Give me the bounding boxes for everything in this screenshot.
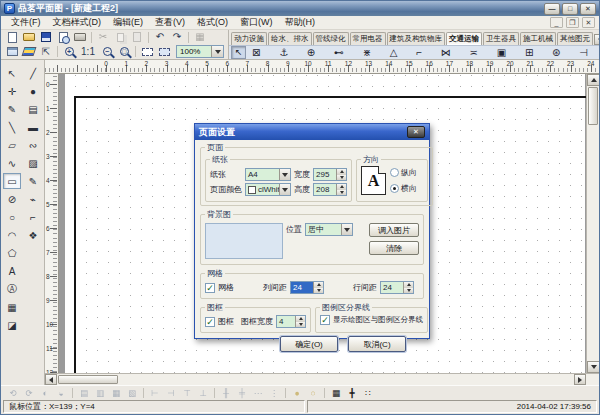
tab-2[interactable]: 管线绿化 xyxy=(313,32,349,45)
zoom-extent-icon[interactable]: □ xyxy=(116,45,132,59)
pointer-tool-button[interactable]: ↖ xyxy=(231,46,246,59)
show-grid-icon[interactable]: ╋ xyxy=(345,387,359,399)
page-color-select[interactable]: clWhit xyxy=(245,183,291,196)
pan-hand-tool[interactable]: ✛ xyxy=(3,83,21,99)
width-stepper[interactable]: 295 xyxy=(313,168,347,181)
tank-symbol-icon[interactable]: ▣ xyxy=(497,46,506,59)
paper-select[interactable]: A4 xyxy=(245,168,291,181)
line-tool[interactable]: ╲ xyxy=(3,119,21,135)
scroll-down-icon[interactable] xyxy=(587,361,600,373)
height-stepper[interactable]: 208 xyxy=(313,183,347,196)
mdi-minimize-button[interactable]: _ xyxy=(550,17,563,28)
scroll-left-icon[interactable] xyxy=(45,374,57,385)
color-stamp-tool[interactable]: ❖ xyxy=(24,227,42,243)
horizontal-scrollbar[interactable] xyxy=(45,373,599,385)
arc-tool[interactable]: ◠ xyxy=(3,227,21,243)
row-spacing-stepper[interactable]: 24 xyxy=(380,281,414,294)
cone-symbol-icon[interactable]: ⊷ xyxy=(334,46,344,59)
tab-6[interactable]: 卫生器具 xyxy=(483,32,519,45)
redo-icon[interactable]: ↷ xyxy=(169,30,185,44)
radio-landscape[interactable] xyxy=(390,184,399,193)
mdi-close-button[interactable]: ✕ xyxy=(582,17,595,28)
tab-8[interactable]: 其他图元 xyxy=(557,32,593,45)
tab-5[interactable]: 交通运输 xyxy=(446,32,482,45)
pump-symbol-icon[interactable]: ⊛ xyxy=(552,46,560,59)
thick-line-tool[interactable]: ▬ xyxy=(24,119,42,135)
print-preview-icon[interactable] xyxy=(55,30,71,44)
menu-item-0[interactable]: 文件(F) xyxy=(5,16,47,29)
text-edit-tool[interactable]: Ⓐ xyxy=(3,281,21,297)
unlock-icon[interactable]: ○ xyxy=(306,387,320,399)
check-valve-symbol-icon[interactable]: ⋇ xyxy=(363,46,371,59)
image-tool[interactable]: ▦ xyxy=(3,299,21,315)
measure-tool[interactable]: ╱ xyxy=(24,65,42,81)
dropdown-arrow-icon[interactable] xyxy=(279,184,290,195)
ellipse-tool[interactable]: ○ xyxy=(3,209,21,225)
position-select[interactable]: 居中 xyxy=(305,223,353,236)
elbow-symbol-icon[interactable]: ⌐ xyxy=(416,46,422,59)
center-horizontal-icon[interactable]: ╫ xyxy=(219,387,233,399)
polygon-tool[interactable]: ⬠ xyxy=(3,245,21,261)
anchor-symbol-icon[interactable]: ⚓ xyxy=(279,46,288,59)
spin-down-icon[interactable] xyxy=(296,322,305,328)
bring-to-front-icon[interactable]: ▤ xyxy=(77,387,91,399)
curve-tool[interactable]: ∿ xyxy=(3,155,21,171)
group-icon[interactable]: ▦ xyxy=(109,387,123,399)
clear-image-button[interactable]: 清除 xyxy=(369,241,419,255)
layers-icon[interactable] xyxy=(21,45,37,59)
tab-4[interactable]: 建筑及构筑物库 xyxy=(387,32,446,45)
circle-slash-tool[interactable]: ⊘ xyxy=(3,191,21,207)
close-button[interactable]: ✕ xyxy=(580,3,596,15)
tab-3[interactable]: 常用电器 xyxy=(350,32,386,45)
frame-width-stepper[interactable]: 4 xyxy=(276,315,306,328)
select-window-icon[interactable] xyxy=(139,45,155,59)
radio-portrait[interactable] xyxy=(390,168,399,177)
zoom-level-select[interactable]: 100% xyxy=(176,45,224,58)
show-divider-checkbox[interactable]: ✓ xyxy=(320,315,330,325)
vertical-scrollbar[interactable] xyxy=(586,74,599,373)
horizontal-scroll-thumb[interactable] xyxy=(58,375,118,384)
text-tool[interactable]: A xyxy=(3,263,21,279)
polyline-tool[interactable]: ▱ xyxy=(3,137,21,153)
valve-symbol-icon[interactable]: ⊕ xyxy=(307,46,315,59)
minimize-button[interactable]: — xyxy=(544,3,560,15)
vertical-scroll-thumb[interactable] xyxy=(588,87,598,125)
grid-table-icon[interactable]: ▦ xyxy=(192,30,208,44)
tent-symbol-icon[interactable]: △ xyxy=(390,46,398,59)
brush-tool[interactable]: ▨ xyxy=(24,155,42,171)
paste-icon[interactable] xyxy=(129,30,145,44)
grid-dots-icon[interactable]: ∷ xyxy=(361,387,375,399)
load-image-button[interactable]: 调入图片 xyxy=(369,223,419,237)
hydrant-symbol-icon[interactable]: ⊞ xyxy=(525,46,533,59)
crossing-symbol-icon[interactable]: ⋈ xyxy=(441,46,451,59)
maximize-button[interactable]: □ xyxy=(562,3,578,15)
zoom-in-icon[interactable]: + xyxy=(61,45,77,59)
center-vertical-icon[interactable]: ╪ xyxy=(235,387,249,399)
menu-item-6[interactable]: 帮助(H) xyxy=(279,16,322,29)
point-tool[interactable]: ● xyxy=(24,83,42,99)
tab-1[interactable]: 给水、排水 xyxy=(268,32,312,45)
ungroup-icon[interactable]: ▧ xyxy=(125,387,139,399)
tab-7[interactable]: 施工机械 xyxy=(520,32,556,45)
menu-item-1[interactable]: 文档样式(D) xyxy=(47,16,108,29)
grid-checkbox[interactable]: ✓ xyxy=(205,283,215,293)
save-file-icon[interactable] xyxy=(38,30,54,44)
rotate-left-icon[interactable]: ⟲ xyxy=(6,387,20,399)
reducer-symbol-icon[interactable]: ≍ xyxy=(470,46,478,59)
menu-item-2[interactable]: 编辑(E) xyxy=(107,16,149,29)
cut-icon[interactable]: ✂ xyxy=(95,30,111,44)
wave-line-tool[interactable]: ⌁ xyxy=(24,191,42,207)
fill-stamp-tool[interactable]: ◪ xyxy=(3,317,21,333)
flip-horizontal-icon[interactable]: ◐ xyxy=(38,387,52,399)
print-icon[interactable] xyxy=(72,30,88,44)
rectangle-tool[interactable]: ▭ xyxy=(3,173,21,189)
pencil-2-tool[interactable]: ✎ xyxy=(24,173,42,189)
lock-icon[interactable]: ● xyxy=(290,387,304,399)
send-to-back-icon[interactable]: ▥ xyxy=(93,387,107,399)
frame-checkbox[interactable]: ✓ xyxy=(205,317,215,327)
copy-icon[interactable] xyxy=(112,30,128,44)
space-horizontal-icon[interactable]: ⋯ xyxy=(251,387,265,399)
align-bottom-icon[interactable]: ⊥ xyxy=(196,387,210,399)
spin-down-icon[interactable] xyxy=(314,288,323,294)
scroll-up-icon[interactable] xyxy=(587,74,600,86)
